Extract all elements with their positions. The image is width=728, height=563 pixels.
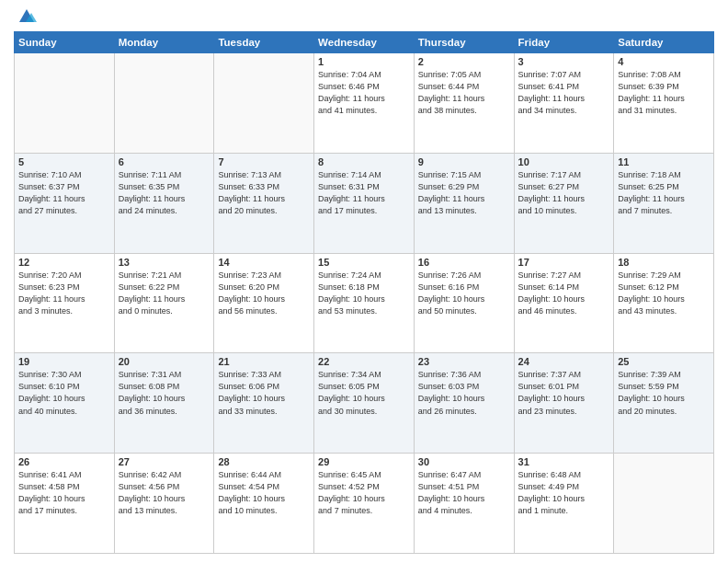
day-info: Sunrise: 7:20 AM Sunset: 6:23 PM Dayligh… — [18, 270, 110, 317]
day-info: Sunrise: 7:31 AM Sunset: 6:08 PM Dayligh… — [119, 369, 210, 417]
day-info: Sunrise: 6:45 AM Sunset: 4:52 PM Dayligh… — [318, 469, 410, 517]
calendar-cell: 1Sunrise: 7:04 AM Sunset: 6:46 PM Daylig… — [314, 53, 415, 154]
day-number: 19 — [18, 356, 110, 367]
day-info: Sunrise: 6:41 AM Sunset: 4:58 PM Dayligh… — [18, 469, 110, 517]
calendar-cell: 13Sunrise: 7:21 AM Sunset: 6:22 PM Dayli… — [114, 253, 214, 353]
calendar-week-row: 5Sunrise: 7:10 AM Sunset: 6:37 PM Daylig… — [15, 153, 714, 253]
page: SundayMondayTuesdayWednesdayThursdayFrid… — [0, 0, 728, 563]
day-info: Sunrise: 7:26 AM Sunset: 6:16 PM Dayligh… — [418, 270, 510, 317]
calendar-cell: 15Sunrise: 7:24 AM Sunset: 6:18 PM Dayli… — [314, 253, 415, 353]
calendar-cell: 2Sunrise: 7:05 AM Sunset: 6:44 PM Daylig… — [414, 53, 514, 154]
calendar-cell: 6Sunrise: 7:11 AM Sunset: 6:35 PM Daylig… — [114, 153, 214, 253]
day-info: Sunrise: 7:27 AM Sunset: 6:14 PM Dayligh… — [518, 270, 610, 317]
calendar-cell: 22Sunrise: 7:34 AM Sunset: 6:05 PM Dayli… — [314, 353, 415, 454]
calendar-cell: 17Sunrise: 7:27 AM Sunset: 6:14 PM Dayli… — [514, 253, 614, 353]
calendar-cell: 7Sunrise: 7:13 AM Sunset: 6:33 PM Daylig… — [214, 153, 314, 253]
header — [14, 9, 714, 26]
day-info: Sunrise: 7:18 AM Sunset: 6:25 PM Dayligh… — [618, 169, 710, 217]
day-number: 4 — [618, 56, 710, 67]
day-number: 25 — [618, 356, 710, 367]
calendar-cell — [214, 53, 314, 154]
day-number: 17 — [518, 257, 610, 268]
day-of-week-header: Tuesday — [214, 32, 314, 53]
day-number: 16 — [418, 257, 510, 268]
calendar-cell: 5Sunrise: 7:10 AM Sunset: 6:37 PM Daylig… — [15, 153, 115, 253]
day-info: Sunrise: 7:36 AM Sunset: 6:03 PM Dayligh… — [418, 369, 510, 417]
day-info: Sunrise: 6:44 AM Sunset: 4:54 PM Dayligh… — [218, 469, 310, 517]
calendar-cell: 21Sunrise: 7:33 AM Sunset: 6:06 PM Dayli… — [214, 353, 314, 454]
day-number: 15 — [318, 257, 410, 268]
day-number: 1 — [318, 56, 410, 67]
day-of-week-header: Sunday — [15, 32, 115, 53]
day-info: Sunrise: 7:04 AM Sunset: 6:46 PM Dayligh… — [318, 69, 410, 117]
day-number: 12 — [18, 257, 110, 268]
calendar-cell: 26Sunrise: 6:41 AM Sunset: 4:58 PM Dayli… — [15, 454, 115, 554]
calendar-week-row: 12Sunrise: 7:20 AM Sunset: 6:23 PM Dayli… — [15, 253, 714, 353]
day-info: Sunrise: 7:23 AM Sunset: 6:20 PM Dayligh… — [218, 270, 310, 317]
day-info: Sunrise: 7:37 AM Sunset: 6:01 PM Dayligh… — [518, 369, 610, 417]
calendar-cell: 20Sunrise: 7:31 AM Sunset: 6:08 PM Dayli… — [114, 353, 214, 454]
day-of-week-header: Saturday — [614, 32, 714, 53]
day-info: Sunrise: 7:14 AM Sunset: 6:31 PM Dayligh… — [318, 169, 410, 217]
calendar-cell: 16Sunrise: 7:26 AM Sunset: 6:16 PM Dayli… — [414, 253, 514, 353]
day-info: Sunrise: 7:39 AM Sunset: 5:59 PM Dayligh… — [618, 369, 710, 417]
calendar-cell: 23Sunrise: 7:36 AM Sunset: 6:03 PM Dayli… — [414, 353, 514, 454]
day-number: 20 — [119, 356, 210, 367]
day-info: Sunrise: 7:13 AM Sunset: 6:33 PM Dayligh… — [218, 169, 310, 217]
calendar-header-row: SundayMondayTuesdayWednesdayThursdayFrid… — [15, 32, 714, 53]
day-number: 21 — [218, 356, 310, 367]
day-info: Sunrise: 7:08 AM Sunset: 6:39 PM Dayligh… — [618, 69, 710, 117]
day-number: 14 — [218, 257, 310, 268]
day-number: 23 — [418, 356, 510, 367]
calendar-cell: 25Sunrise: 7:39 AM Sunset: 5:59 PM Dayli… — [614, 353, 714, 454]
calendar-table: SundayMondayTuesdayWednesdayThursdayFrid… — [14, 31, 714, 554]
day-number: 30 — [418, 456, 510, 467]
day-of-week-header: Wednesday — [314, 32, 415, 53]
day-info: Sunrise: 7:24 AM Sunset: 6:18 PM Dayligh… — [318, 270, 410, 317]
logo — [14, 13, 37, 26]
day-info: Sunrise: 7:10 AM Sunset: 6:37 PM Dayligh… — [18, 169, 110, 217]
calendar-cell: 12Sunrise: 7:20 AM Sunset: 6:23 PM Dayli… — [15, 253, 115, 353]
day-number: 3 — [518, 56, 610, 67]
day-info: Sunrise: 7:11 AM Sunset: 6:35 PM Dayligh… — [119, 169, 210, 217]
day-number: 2 — [418, 56, 510, 67]
day-number: 31 — [518, 456, 610, 467]
calendar-week-row: 19Sunrise: 7:30 AM Sunset: 6:10 PM Dayli… — [15, 353, 714, 454]
day-info: Sunrise: 7:33 AM Sunset: 6:06 PM Dayligh… — [218, 369, 310, 417]
day-number: 11 — [618, 156, 710, 167]
day-info: Sunrise: 7:21 AM Sunset: 6:22 PM Dayligh… — [119, 270, 210, 317]
calendar-cell: 24Sunrise: 7:37 AM Sunset: 6:01 PM Dayli… — [514, 353, 614, 454]
day-number: 28 — [218, 456, 310, 467]
day-number: 7 — [218, 156, 310, 167]
day-number: 5 — [18, 156, 110, 167]
day-info: Sunrise: 7:29 AM Sunset: 6:12 PM Dayligh… — [618, 270, 710, 317]
day-number: 6 — [119, 156, 210, 167]
day-of-week-header: Friday — [514, 32, 614, 53]
calendar-cell: 8Sunrise: 7:14 AM Sunset: 6:31 PM Daylig… — [314, 153, 415, 253]
calendar-cell: 10Sunrise: 7:17 AM Sunset: 6:27 PM Dayli… — [514, 153, 614, 253]
day-number: 26 — [18, 456, 110, 467]
logo-icon — [17, 6, 37, 26]
day-info: Sunrise: 7:15 AM Sunset: 6:29 PM Dayligh… — [418, 169, 510, 217]
day-number: 10 — [518, 156, 610, 167]
day-number: 22 — [318, 356, 410, 367]
day-info: Sunrise: 6:47 AM Sunset: 4:51 PM Dayligh… — [418, 469, 510, 517]
calendar-cell: 4Sunrise: 7:08 AM Sunset: 6:39 PM Daylig… — [614, 53, 714, 154]
day-number: 9 — [418, 156, 510, 167]
calendar-cell: 31Sunrise: 6:48 AM Sunset: 4:49 PM Dayli… — [514, 454, 614, 554]
day-info: Sunrise: 6:42 AM Sunset: 4:56 PM Dayligh… — [119, 469, 210, 517]
calendar-week-row: 1Sunrise: 7:04 AM Sunset: 6:46 PM Daylig… — [15, 53, 714, 154]
day-info: Sunrise: 7:30 AM Sunset: 6:10 PM Dayligh… — [18, 369, 110, 417]
calendar-cell: 28Sunrise: 6:44 AM Sunset: 4:54 PM Dayli… — [214, 454, 314, 554]
day-number: 13 — [119, 257, 210, 268]
calendar-cell: 9Sunrise: 7:15 AM Sunset: 6:29 PM Daylig… — [414, 153, 514, 253]
day-number: 27 — [119, 456, 210, 467]
calendar-cell: 27Sunrise: 6:42 AM Sunset: 4:56 PM Dayli… — [114, 454, 214, 554]
day-info: Sunrise: 7:17 AM Sunset: 6:27 PM Dayligh… — [518, 169, 610, 217]
day-info: Sunrise: 7:05 AM Sunset: 6:44 PM Dayligh… — [418, 69, 510, 117]
day-of-week-header: Monday — [114, 32, 214, 53]
day-number: 29 — [318, 456, 410, 467]
day-info: Sunrise: 7:07 AM Sunset: 6:41 PM Dayligh… — [518, 69, 610, 117]
day-info: Sunrise: 7:34 AM Sunset: 6:05 PM Dayligh… — [318, 369, 410, 417]
calendar-cell: 11Sunrise: 7:18 AM Sunset: 6:25 PM Dayli… — [614, 153, 714, 253]
